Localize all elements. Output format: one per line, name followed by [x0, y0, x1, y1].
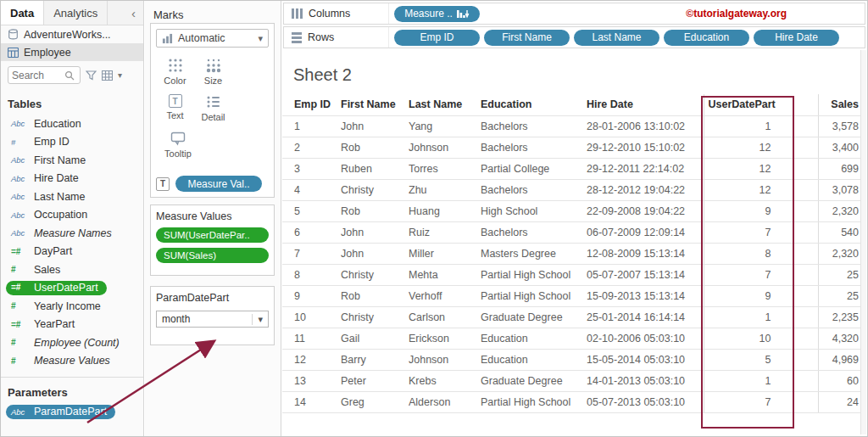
- field-paramdatepart[interactable]: AbcParamDatePart: [1, 403, 143, 422]
- table-cell[interactable]: 1: [704, 370, 818, 391]
- search-input[interactable]: [8, 66, 81, 84]
- field-userdatepart[interactable]: =#UserDatePart: [1, 279, 143, 298]
- sum-sales-pill[interactable]: SUM(Sales): [156, 248, 269, 263]
- table-cell[interactable]: Verhoff: [409, 285, 481, 306]
- field-employee-count-[interactable]: #Employee (Count): [1, 333, 143, 352]
- table-cell[interactable]: Partial High School: [481, 264, 587, 285]
- datasource-adventureworks[interactable]: AdventureWorks...: [1, 25, 143, 43]
- tooltip-button[interactable]: Tooltip: [156, 131, 200, 159]
- table-cell[interactable]: 3: [282, 158, 341, 179]
- datasource-employee[interactable]: Employee: [1, 43, 143, 61]
- table-cell[interactable]: Peter: [341, 370, 409, 391]
- table-cell[interactable]: 29-12-2010 15:10:02: [587, 137, 704, 158]
- field-last-name[interactable]: AbcLast Name: [1, 188, 143, 206]
- color-button[interactable]: Color: [156, 58, 194, 86]
- table-cell[interactable]: John: [341, 221, 409, 243]
- table-cell[interactable]: Zhu: [409, 179, 481, 200]
- rows-shelf-pill[interactable]: Last Name: [574, 30, 659, 46]
- table-cell[interactable]: Graduate Degree: [481, 306, 587, 328]
- column-header[interactable]: First Name: [341, 94, 409, 115]
- table-cell[interactable]: 3,400: [818, 137, 863, 158]
- mark-type-dropdown[interactable]: Automatic ▾: [156, 29, 269, 48]
- column-header[interactable]: Hire Date: [587, 94, 704, 115]
- table-cell[interactable]: Ruiz: [409, 221, 481, 243]
- table-cell[interactable]: 5: [282, 200, 341, 221]
- table-cell[interactable]: 8: [282, 264, 341, 285]
- sort-descending-icon[interactable]: [457, 8, 470, 20]
- table-cell[interactable]: Bachelors: [481, 179, 587, 200]
- table-cell[interactable]: 2: [282, 137, 341, 158]
- table-cell[interactable]: Alderson: [409, 391, 481, 412]
- rows-shelf[interactable]: Rows Emp ID First Name Last Name Educati…: [283, 26, 865, 48]
- field-first-name[interactable]: AbcFirst Name: [1, 151, 143, 170]
- rows-shelf-pill[interactable]: Education: [664, 30, 749, 46]
- table-cell[interactable]: Torres: [409, 158, 481, 179]
- column-header[interactable]: Emp ID: [282, 94, 341, 115]
- table-cell[interactable]: 13: [282, 370, 341, 391]
- table-cell[interactable]: 28-01-2006 13:10:02: [587, 115, 704, 137]
- table-cell[interactable]: 699: [818, 158, 863, 179]
- table-cell[interactable]: Bachelors: [481, 115, 587, 137]
- table-cell[interactable]: 02-10-2006 05:03:10: [587, 328, 704, 349]
- table-cell[interactable]: Gail: [341, 328, 409, 349]
- field-measure-names[interactable]: AbcMeasure Names: [1, 224, 143, 243]
- table-cell[interactable]: Partial High School: [481, 285, 587, 306]
- collapse-pane-icon[interactable]: ‹: [124, 1, 143, 25]
- search-field[interactable]: [12, 70, 64, 81]
- field-hire-date[interactable]: AbcHire Date: [1, 170, 143, 188]
- table-cell[interactable]: 15-05-2014 05:03:10: [587, 349, 704, 370]
- table-cell[interactable]: Mehta: [409, 264, 481, 285]
- vertical-scrollbar[interactable]: [860, 50, 866, 434]
- table-cell[interactable]: John: [341, 243, 409, 264]
- table-cell[interactable]: 1: [704, 115, 818, 137]
- table-cell[interactable]: 25: [818, 285, 863, 306]
- table-cell[interactable]: Christy: [341, 179, 409, 200]
- table-cell[interactable]: 05-07-2007 15:13:14: [587, 264, 704, 285]
- table-cell[interactable]: 2,320: [818, 200, 863, 221]
- table-cell[interactable]: 5: [704, 349, 818, 370]
- table-cell[interactable]: Johnson: [409, 349, 481, 370]
- field-sales[interactable]: #Sales: [1, 261, 143, 279]
- table-cell[interactable]: 12: [704, 179, 818, 200]
- table-cell[interactable]: 14: [282, 391, 341, 412]
- table-cell[interactable]: Yang: [409, 115, 481, 137]
- table-cell[interactable]: 7: [704, 264, 818, 285]
- table-cell[interactable]: 4: [282, 179, 341, 200]
- column-header[interactable]: Last Name: [409, 94, 481, 115]
- table-cell[interactable]: 4,320: [818, 328, 863, 349]
- field-education[interactable]: AbcEducation: [1, 115, 143, 133]
- table-cell[interactable]: 1: [282, 115, 341, 137]
- table-cell[interactable]: Partial College: [481, 158, 587, 179]
- table-cell[interactable]: Christy: [341, 306, 409, 328]
- table-cell[interactable]: Miller: [409, 243, 481, 264]
- table-cell[interactable]: Education: [481, 349, 587, 370]
- table-cell[interactable]: John: [341, 115, 409, 137]
- table-cell[interactable]: 7: [704, 391, 818, 412]
- column-header[interactable]: Sales: [818, 94, 863, 115]
- table-cell[interactable]: 2,235: [818, 306, 863, 328]
- field-yearpart[interactable]: =#YearPart: [1, 316, 143, 334]
- tab-analytics[interactable]: Analytics: [44, 1, 108, 25]
- table-cell[interactable]: Graduate Degree: [481, 370, 587, 391]
- table-cell[interactable]: Greg: [341, 391, 409, 412]
- table-cell[interactable]: Partial High School: [481, 391, 587, 412]
- table-cell[interactable]: 3,078: [818, 179, 863, 200]
- table-cell[interactable]: Education: [481, 328, 587, 349]
- table-cell[interactable]: Masters Degree: [481, 243, 587, 264]
- rows-shelf-pill[interactable]: Hire Date: [754, 30, 839, 46]
- table-cell[interactable]: 22-09-2008 19:04:22: [587, 200, 704, 221]
- table-cell[interactable]: 12: [704, 137, 818, 158]
- column-header[interactable]: Education: [481, 94, 587, 115]
- table-cell[interactable]: 8: [704, 243, 818, 264]
- table-cell[interactable]: Huang: [409, 200, 481, 221]
- table-cell[interactable]: Krebs: [409, 370, 481, 391]
- table-cell[interactable]: 05-07-2013 05:03:10: [587, 391, 704, 412]
- table-cell[interactable]: 12-08-2009 15:13:14: [587, 243, 704, 264]
- table-cell[interactable]: 60: [818, 370, 863, 391]
- table-cell[interactable]: 11: [282, 328, 341, 349]
- text-button[interactable]: T Text: [156, 94, 194, 122]
- table-cell[interactable]: 2,320: [818, 243, 863, 264]
- table-cell[interactable]: Rob: [341, 200, 409, 221]
- field-occupation[interactable]: AbcOccupation: [1, 206, 143, 225]
- table-cell[interactable]: Rob: [341, 137, 409, 158]
